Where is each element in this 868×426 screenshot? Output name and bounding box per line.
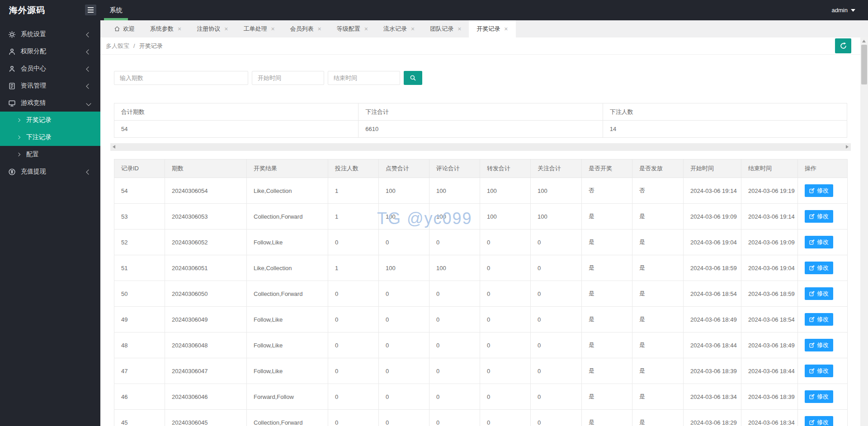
table-cell: 53 [114,204,165,229]
table-cell: 100 [480,178,531,204]
scrollbar-thumb[interactable] [861,45,867,84]
summary-header: 下注合计 [359,103,603,121]
start-time-input[interactable] [252,71,324,85]
edit-button[interactable]: 修改 [805,262,833,274]
table-cell: 0 [379,384,429,410]
vertical-scrollbar[interactable] [860,37,868,426]
sidebar-item[interactable]: 权限分配 [0,43,100,60]
column-header: 记录ID [114,159,165,178]
table-cell: 0 [531,410,582,426]
tab[interactable]: 系统参数× [142,20,189,37]
records-table: 记录ID期数开奖结果投注人数点赞合计评论合计转发合计关注合计是否开奖是否发放开始… [114,159,848,426]
close-icon[interactable]: × [411,26,415,32]
sidebar-item[interactable]: 资讯管理 [0,77,100,94]
edit-button[interactable]: 修改 [805,236,833,248]
edit-icon [809,291,815,296]
edit-button[interactable]: 修改 [805,287,833,300]
home-icon [114,26,120,32]
sidebar-subitem[interactable]: 下注记录 [0,129,100,146]
table-cell: 2024-03-06 19:14 [741,204,798,229]
hamburger-menu-icon[interactable] [85,5,96,15]
table-row: 4620240306046Forward,Follow00000是是2024-0… [114,384,848,410]
scroll-right-icon[interactable] [846,145,849,149]
close-icon[interactable]: × [318,26,321,32]
edit-button[interactable]: 修改 [805,365,833,377]
table-cell: 0 [429,307,480,332]
tab[interactable]: 流水记录× [376,20,422,37]
sidebar-subitem-label: 配置 [26,150,39,159]
horizontal-scrollbar[interactable] [110,143,851,151]
table-cell: Collection,Forward [247,410,328,426]
table-cell: 100 [429,204,480,229]
scroll-left-icon[interactable] [113,145,115,149]
close-icon[interactable]: × [458,26,461,32]
table-cell-actions: 修改 [798,229,848,255]
edit-button-label: 修改 [817,264,829,272]
user-menu[interactable]: admin [832,0,855,20]
edit-button[interactable]: 修改 [805,313,833,326]
sidebar: 系统设置权限分配会员中心资讯管理游戏竞猜开奖记录下注记录配置充值提现 [0,20,100,426]
content: 合计期数下注合计下注人数54661014 记录ID期数开奖结果投注人数点赞合计评… [100,55,868,426]
table-cell: 0 [480,358,531,384]
chevron-left-icon [87,48,90,55]
table-cell: 0 [429,229,480,255]
tab-label: 流水记录 [383,25,407,33]
scroll-up-icon[interactable] [862,40,866,42]
edit-button[interactable]: 修改 [805,210,833,223]
table-cell: 1 [328,178,379,204]
table-cell: Like,Collection [247,255,328,281]
table-cell: Like,Collection [247,178,328,204]
table-cell: 0 [429,384,480,410]
edit-button[interactable]: 修改 [805,184,833,197]
edit-icon [809,342,815,348]
table-cell: 是 [632,410,684,426]
sidebar-item[interactable]: 游戏竞猜 [0,94,100,112]
table-cell: 是 [582,410,632,426]
tab[interactable]: 会员列表× [283,20,329,37]
tab[interactable]: 等级配置× [329,20,376,37]
sidebar-item[interactable]: 会员中心 [0,60,100,77]
gear-icon [8,31,16,38]
table-cell: 46 [114,384,165,410]
table-cell: 2024-03-06 18:49 [684,307,741,332]
table-cell: Forward,Follow [247,384,328,410]
close-icon[interactable]: × [271,26,274,32]
sidebar-item[interactable]: 系统设置 [0,26,100,43]
tab[interactable]: 注册协议× [189,20,236,37]
table-cell: 是 [632,358,684,384]
table-cell: 0 [429,281,480,307]
close-icon[interactable]: × [178,26,181,32]
edit-button[interactable]: 修改 [805,390,833,403]
edit-icon [809,188,815,193]
sidebar-item[interactable]: 充值提现 [0,163,100,180]
tab[interactable]: 欢迎 [106,20,142,37]
sidebar-subitem[interactable]: 开奖记录 [0,112,100,129]
table-cell: 2024-03-06 19:19 [741,178,798,204]
table-cell: 0 [480,229,531,255]
table-cell: 0 [328,358,379,384]
close-icon[interactable]: × [224,26,228,32]
tab-label: 工单处理 [243,25,267,33]
top-nav-system[interactable]: 系统 [104,0,128,20]
search-button[interactable] [404,71,422,85]
refresh-button[interactable] [835,38,851,53]
edit-icon [809,239,815,245]
close-icon[interactable]: × [504,26,508,32]
table-cell: 0 [480,307,531,332]
close-icon[interactable]: × [364,26,368,32]
edit-button[interactable]: 修改 [805,416,833,426]
period-input[interactable] [114,71,248,85]
tab[interactable]: 开奖记录× [469,20,515,37]
table-cell: 0 [379,358,429,384]
tab[interactable]: 团队记录× [422,20,469,37]
breadcrumb-parent[interactable]: 多人骰宝 [106,42,129,50]
refresh-icon [840,42,847,50]
table-cell: 2024-03-06 18:54 [684,281,741,307]
column-header: 是否发放 [632,159,684,178]
table-cell: 0 [480,281,531,307]
tab[interactable]: 工单处理× [236,20,282,37]
edit-button[interactable]: 修改 [805,339,833,351]
table-cell: 0 [379,410,429,426]
end-time-input[interactable] [328,71,400,85]
sidebar-subitem[interactable]: 配置 [0,146,100,163]
